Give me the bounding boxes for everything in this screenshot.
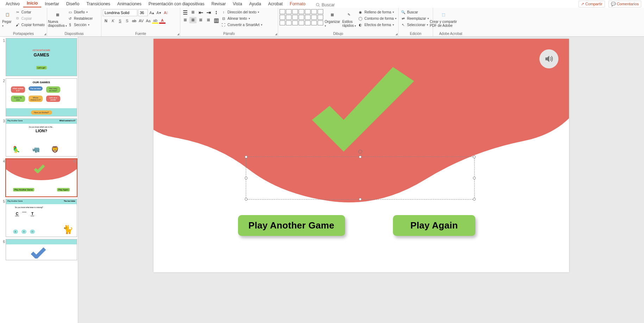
underline-button[interactable]: S [117, 18, 123, 24]
workspace: 1 #STAYATHOME GAMES Let's go! 2 OUR GAME… [0, 37, 644, 323]
new-slide-button[interactable]: ▦ Nueva diapositiva [49, 9, 66, 28]
layout-button[interactable]: ▭Diseño [67, 9, 93, 15]
search-box[interactable]: Buscar [309, 2, 334, 7]
text-direction-button[interactable]: ↕Dirección del texto [220, 9, 263, 15]
dialog-launcher-icon[interactable]: ◢ [395, 32, 398, 36]
tab-insertar[interactable]: Insertar [41, 1, 63, 7]
dialog-launcher-icon[interactable]: ◢ [44, 32, 46, 36]
group-label: Párrafo [182, 32, 276, 36]
section-icon: § [68, 22, 73, 27]
slide-panel[interactable]: 1 #STAYATHOME GAMES Let's go! 2 OUR GAME… [0, 37, 78, 323]
tab-presentacion[interactable]: Presentación con diapositivas [145, 1, 208, 7]
align-right-button[interactable]: ≡ [197, 17, 204, 23]
resize-handle[interactable] [245, 156, 248, 158]
tab-ayuda[interactable]: Ayuda [246, 1, 265, 7]
resize-handle[interactable] [359, 156, 362, 158]
dialog-launcher-icon[interactable]: ◢ [275, 32, 277, 36]
resize-handle[interactable] [245, 198, 248, 201]
tab-vista[interactable]: Vista [229, 1, 245, 7]
tab-revisar[interactable]: Revisar [208, 1, 229, 7]
resize-handle[interactable] [473, 177, 476, 179]
quick-styles-button[interactable]: ✎Estilos rápidos [342, 9, 357, 28]
align-text-button[interactable]: ⊟Alinear texto [220, 16, 263, 21]
scissors-icon: ✂ [15, 10, 20, 14]
resize-handle[interactable] [359, 198, 362, 201]
cut-button[interactable]: ✂Cortar [14, 9, 45, 15]
current-slide[interactable]: Play Another Game Play Again [154, 39, 569, 272]
align-center-button[interactable]: ≡ [189, 17, 196, 23]
slide-thumbnail-4[interactable]: Play Another Game Play Again ♪ [6, 159, 77, 197]
bullets-button[interactable]: ☰ [182, 9, 189, 16]
slide-thumbnail-6[interactable] [6, 239, 77, 260]
align-text-icon: ⊟ [221, 16, 226, 21]
copy-icon: ⧉ [15, 16, 20, 21]
font-size-input[interactable] [138, 10, 148, 16]
slide-thumbnail-2[interactable]: OUR GAMES Which animal is it? The lost l… [6, 78, 77, 116]
line-spacing-button[interactable]: ↕ [213, 9, 220, 16]
tab-acrobat[interactable]: Acrobat [264, 1, 286, 7]
share-button[interactable]: ↗ Compartir [579, 1, 605, 7]
resize-handle[interactable] [245, 177, 248, 179]
play-again-button[interactable]: Play Again [393, 215, 476, 236]
resize-handle[interactable] [473, 156, 476, 158]
search-placeholder: Buscar [321, 2, 334, 7]
tab-transiciones[interactable]: Transiciones [83, 1, 114, 7]
tab-archivo[interactable]: Archivo [2, 1, 23, 7]
arrange-button[interactable]: ▦Organizar [324, 9, 341, 28]
rotate-handle-icon[interactable] [358, 149, 363, 154]
change-case-button[interactable]: Aa [145, 18, 151, 24]
audio-button[interactable] [539, 49, 558, 68]
reset-icon: ↺ [68, 16, 73, 21]
find-button[interactable]: 🔍Buscar [400, 9, 430, 15]
slide-thumbnail-5[interactable]: Play Another Game The lost letter Do you… [6, 199, 77, 237]
reset-button[interactable]: ↺Restablecer [67, 16, 93, 21]
group-label: Dibujo [280, 32, 397, 36]
font-size-combo[interactable] [138, 9, 148, 16]
shapes-gallery[interactable] [280, 9, 323, 25]
clear-format-button[interactable]: A⃠ [163, 10, 169, 16]
shadow-button[interactable]: S [124, 18, 130, 24]
checkmark-icon [305, 67, 421, 159]
italic-button[interactable]: K [110, 18, 116, 24]
shape-outline-button[interactable]: ◯Contorno de forma [357, 16, 397, 21]
slide-thumbnail-3[interactable]: Play Another Game Which animal is it? Do… [6, 118, 77, 157]
replace-button[interactable]: ⇄Reemplazar [400, 16, 430, 21]
char-spacing-button[interactable]: AV [138, 18, 144, 24]
resize-handle[interactable] [473, 198, 476, 201]
shape-fill-button[interactable]: ◉Relleno de forma [357, 9, 397, 15]
copy-button[interactable]: ⧉Copiar [14, 16, 45, 21]
align-left-button[interactable]: ≡ [182, 17, 189, 23]
paste-button[interactable]: 📋 Pegar [1, 9, 14, 28]
shrink-font-button[interactable]: A▾ [156, 10, 162, 16]
smartart-button[interactable]: ⛶Convertir a SmartArt [220, 22, 263, 28]
font-color-button[interactable]: A [159, 18, 165, 24]
create-pdf-button[interactable]: ⬚Crear y compartir PDF de Adobe [434, 9, 452, 28]
numbering-button[interactable]: ≡ [189, 9, 196, 16]
select-button[interactable]: ↖Seleccionar [400, 22, 430, 28]
tab-inicio[interactable]: Inicio [23, 0, 41, 7]
comments-button[interactable]: 💬 Comentarios [608, 1, 641, 7]
slide-thumbnail-1[interactable]: #STAYATHOME GAMES Let's go! [6, 38, 77, 76]
menu-bar: Archivo Inicio Insertar Diseño Transicio… [0, 0, 644, 8]
strike-button[interactable]: ab [131, 18, 137, 24]
tab-diseno[interactable]: Diseño [63, 1, 83, 7]
indent-inc-button[interactable]: ⇥ [205, 9, 212, 16]
tab-formato[interactable]: Formato [286, 1, 309, 7]
bold-button[interactable]: N [103, 18, 109, 24]
justify-button[interactable]: ≡ [205, 17, 212, 23]
dialog-launcher-icon[interactable]: ◢ [177, 32, 179, 36]
highlight-button[interactable]: ab [152, 18, 158, 24]
selection-box[interactable] [246, 157, 475, 200]
play-another-game-button[interactable]: Play Another Game [238, 215, 345, 236]
font-name-input[interactable] [103, 10, 137, 16]
speaker-icon [544, 54, 554, 63]
slide-canvas[interactable]: Play Another Game Play Again [78, 37, 644, 323]
grow-font-button[interactable]: A▴ [149, 10, 155, 16]
indent-dec-button[interactable]: ⇤ [197, 9, 204, 16]
columns-button[interactable]: ▥ [213, 17, 220, 23]
format-painter-button[interactable]: 🖌Copiar formato [14, 22, 45, 28]
tab-animaciones[interactable]: Animaciones [114, 1, 145, 7]
font-name-combo[interactable] [103, 9, 137, 16]
section-button[interactable]: §Sección [67, 22, 93, 28]
shape-effects-button[interactable]: ◐Efectos de forma [357, 22, 397, 28]
